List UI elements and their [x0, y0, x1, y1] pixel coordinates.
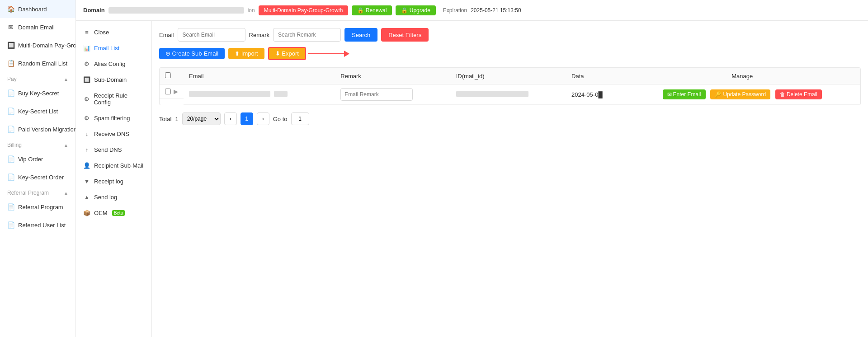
sidebar-item-referred-user[interactable]: 📄 Referred User List	[0, 216, 75, 234]
row-remark-cell	[335, 84, 450, 105]
remark-field[interactable]	[340, 88, 413, 101]
sub-nav-email-list[interactable]: 📊 Email List	[76, 40, 151, 56]
search-button[interactable]: Search	[344, 28, 377, 42]
sub-nav-receipt-rule[interactable]: ⚙ Receipt Rule Config	[76, 88, 151, 110]
sidebar-item-random-email[interactable]: 📋 Random Email List	[0, 54, 75, 72]
th-manage: Manage	[624, 68, 860, 84]
expiration-label: Expiration	[443, 7, 467, 14]
sidebar-item-domain-email[interactable]: ✉ Domain Email	[0, 18, 75, 36]
prev-page-button[interactable]: ‹	[224, 112, 237, 125]
pay-section: Pay ▲	[0, 72, 75, 84]
th-remark: Remark	[335, 68, 450, 84]
filter-bar: Email Remark Search Reset Filters	[159, 28, 861, 42]
arrow-shaft	[308, 53, 344, 54]
export-wrapper: ⬇ Export	[268, 47, 306, 60]
email-search-input[interactable]	[178, 28, 245, 42]
sidebar-item-key-order[interactable]: 📄 Key-Secret Order	[0, 168, 75, 186]
row-checkbox[interactable]	[165, 89, 171, 94]
upgrade-btn[interactable]: 🔒 Upgrade	[396, 5, 435, 15]
sub-nav-sub-domain[interactable]: 🔲 Sub-Domain	[76, 72, 151, 88]
ion-label: ion	[248, 7, 255, 14]
sidebar-item-dashboard[interactable]: 🏠 Dashboard	[0, 0, 75, 18]
remark-search-input[interactable]	[273, 28, 341, 42]
sub-nav-spam[interactable]: ⚙ Spam filtering	[76, 110, 151, 126]
multi-domain-icon: 🔲	[7, 42, 14, 49]
domain-value	[108, 7, 244, 14]
update-password-button[interactable]: 🔑 Update Password	[710, 89, 770, 99]
multi-domain-btn[interactable]: Multi-Domain Pay-Group-Growth	[259, 5, 349, 15]
main-area: Domain ion Multi-Domain Pay-Group-Growth…	[76, 0, 868, 337]
sub-nav-send-dns[interactable]: ↑ Send DNS	[76, 142, 151, 158]
buy-key-icon: 📄	[7, 89, 14, 97]
close-icon: ≡	[83, 29, 90, 36]
select-all-checkbox[interactable]	[165, 72, 171, 78]
send-log-icon: ▲	[83, 194, 90, 201]
random-email-icon: 📋	[7, 60, 14, 67]
sidebar-item-paid-migration[interactable]: 📄 Paid Version Migration	[0, 120, 75, 138]
email-table-container: Email Remark ID(mail_id) Data Manage ▶	[159, 67, 861, 105]
sidebar-item-referral[interactable]: 📄 Referral Program	[0, 198, 75, 216]
right-panel: Email Remark Search Reset Filters ⊕ Crea…	[152, 21, 868, 337]
page-1-button[interactable]: 1	[241, 112, 253, 125]
email-table: Email Remark ID(mail_id) Data Manage ▶	[160, 68, 860, 105]
delete-email-button[interactable]: 🗑 Delete Email	[775, 89, 822, 99]
per-page-select[interactable]: 20/page 50/page 100/page	[182, 112, 221, 125]
next-page-button[interactable]: ›	[257, 112, 269, 125]
receipt-rule-icon: ⚙	[83, 96, 90, 103]
enter-icon: ✉	[667, 91, 672, 98]
email-masked-extra	[274, 91, 288, 97]
spam-icon: ⚙	[83, 115, 90, 122]
enter-email-button[interactable]: ✉ Enter Email	[663, 89, 706, 99]
sidebar-item-vip-order[interactable]: 📄 Vip Order	[0, 150, 75, 168]
domain-label: Domain	[83, 7, 105, 14]
total-label: Total	[159, 116, 171, 122]
th-id: ID(mail_id)	[451, 68, 566, 84]
pagination: Total 1 20/page 50/page 100/page ‹ 1 › G…	[159, 112, 861, 125]
sidebar-item-buy-key[interactable]: 📄 Buy Key-Secret	[0, 84, 75, 102]
domain-email-icon: ✉	[7, 23, 14, 31]
recipient-sub-mail-icon: 👤	[83, 162, 90, 169]
sub-nav-send-log[interactable]: ▲ Send log	[76, 189, 151, 205]
update-pwd-icon: 🔑	[715, 91, 722, 98]
arrow-annotation	[308, 51, 349, 57]
sub-nav-close[interactable]: ≡ Close	[76, 24, 151, 40]
sub-domain-icon: 🔲	[83, 76, 90, 83]
oem-icon: 📦	[83, 210, 90, 216]
sub-nav-alias-config[interactable]: ⚙ Alias Config	[76, 56, 151, 72]
row-email-cell	[184, 84, 335, 105]
sub-nav-receipt-log[interactable]: ▼ Receipt log	[76, 173, 151, 189]
content-area: ≡ Close 📊 Email List ⚙ Alias Config 🔲 Su…	[76, 21, 868, 337]
id-masked-value	[456, 91, 528, 97]
row-date-cell: 2024-05-0█	[566, 84, 624, 105]
dashboard-icon: 🏠	[7, 5, 14, 13]
th-email: Email	[184, 68, 335, 84]
expiration-date: 2025-05-21 15:13:50	[471, 7, 521, 14]
receive-dns-icon: ↓	[83, 131, 90, 137]
referred-user-icon: 📄	[7, 221, 14, 229]
arrow-head	[344, 51, 349, 57]
email-list-icon: 📊	[83, 45, 90, 51]
table-row: ▶ 2024-05-0█	[160, 84, 860, 105]
reset-filters-button[interactable]: Reset Filters	[381, 28, 429, 42]
referral-chevron-icon: ▲	[64, 191, 68, 196]
renewal-btn[interactable]: 🔒 Renewal	[352, 5, 392, 15]
pay-chevron-icon: ▲	[64, 77, 68, 82]
sub-nav-receive-dns[interactable]: ↓ Receive DNS	[76, 126, 151, 142]
export-button[interactable]: ⬇ Export	[268, 47, 306, 60]
billing-chevron-icon: ▲	[64, 143, 68, 148]
sub-nav-oem[interactable]: 📦 OEM Beta	[76, 205, 151, 221]
sidebar-item-multi-domain[interactable]: 🔲 Multi-Domain Pay-Group	[0, 36, 75, 54]
import-button[interactable]: ⬆ Import	[228, 48, 264, 59]
sub-nav-recipient-sub-mail[interactable]: 👤 Recipient Sub-Mail	[76, 158, 151, 173]
sub-navigation: ≡ Close 📊 Email List ⚙ Alias Config 🔲 Su…	[76, 21, 152, 337]
delete-icon: 🗑	[780, 91, 785, 98]
row-id-cell	[451, 84, 566, 105]
paid-migration-icon: 📄	[7, 126, 14, 133]
row-expand-icon[interactable]: ▶	[174, 88, 178, 95]
create-sub-email-button[interactable]: ⊕ Create Sub-Email	[159, 48, 225, 59]
th-checkbox	[160, 68, 184, 84]
goto-page-input[interactable]	[291, 112, 309, 125]
vip-order-icon: 📄	[7, 155, 14, 163]
sidebar-item-key-list[interactable]: 📄 Key-Secret List	[0, 102, 75, 120]
email-masked-value	[189, 91, 270, 97]
